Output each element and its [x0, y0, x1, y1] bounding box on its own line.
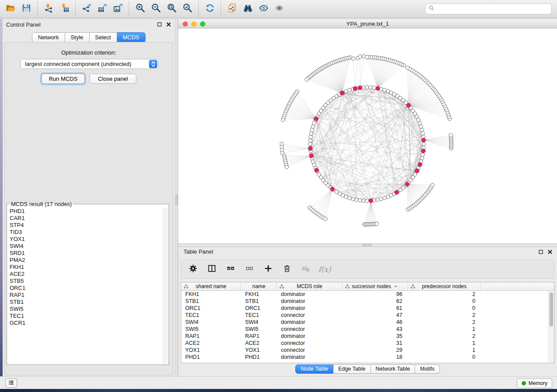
- graph-hub-node[interactable]: [309, 154, 313, 158]
- table-row[interactable]: RAP1RAP1dominator352: [181, 333, 554, 340]
- close-panel-icon[interactable]: [547, 249, 553, 254]
- graph-leaf-node[interactable]: [449, 134, 453, 137]
- graph-node[interactable]: [311, 160, 315, 163]
- function-builder-button[interactable]: f(x): [319, 264, 330, 275]
- graph-hub-node[interactable]: [418, 162, 422, 166]
- graph-leaf-node[interactable]: [431, 183, 434, 187]
- graph-node[interactable]: [369, 86, 372, 89]
- hide-selected-button[interactable]: [256, 2, 271, 16]
- refresh-view-button[interactable]: [202, 2, 218, 16]
- mcds-result-item[interactable]: YOX1: [10, 236, 162, 243]
- result-scrollbar[interactable]: [163, 208, 168, 364]
- graph-node[interactable]: [383, 88, 386, 92]
- float-panel-icon[interactable]: [538, 249, 543, 254]
- graph-node[interactable]: [420, 128, 424, 132]
- memory-button[interactable]: Memory: [517, 378, 552, 388]
- zoom-in-button[interactable]: [132, 2, 148, 16]
- graph-leaf-node[interactable]: [285, 165, 288, 168]
- close-window-button[interactable]: [183, 21, 188, 27]
- graph-node[interactable]: [379, 197, 383, 201]
- graph-hub-node[interactable]: [394, 190, 398, 194]
- graph-node[interactable]: [358, 199, 362, 202]
- graph-leaf-node[interactable]: [305, 78, 308, 81]
- mcds-result-item[interactable]: STB5: [10, 278, 162, 285]
- graph-node[interactable]: [365, 86, 369, 89]
- delete-columns-button[interactable]: [281, 264, 293, 275]
- graph-node[interactable]: [308, 142, 312, 146]
- graph-node[interactable]: [348, 196, 351, 199]
- graph-hub-node[interactable]: [353, 86, 357, 90]
- graph-hub-node[interactable]: [415, 168, 419, 172]
- graph-node[interactable]: [351, 197, 355, 201]
- graph-node[interactable]: [372, 86, 376, 89]
- graph-node[interactable]: [420, 156, 424, 160]
- mcds-result-item[interactable]: FKH1: [10, 264, 162, 271]
- column-header-shared-name[interactable]: shared name: [181, 282, 241, 290]
- graph-leaf-node[interactable]: [358, 55, 362, 58]
- graph-node[interactable]: [386, 195, 390, 199]
- graph-hub-node[interactable]: [330, 187, 334, 191]
- criterion-select[interactable]: largest connected component (undirected): [21, 59, 159, 69]
- graph-leaf-node[interactable]: [406, 66, 409, 69]
- graph-node[interactable]: [309, 131, 313, 135]
- settings-gear-button[interactable]: [187, 264, 199, 275]
- table-row[interactable]: ORC1ORC1dominator610: [181, 305, 554, 312]
- column-header-predecessor-nodes[interactable]: predecessor nodes: [408, 282, 481, 290]
- graph-node[interactable]: [421, 131, 425, 135]
- tab-network-table[interactable]: Network Table: [371, 364, 415, 374]
- graph-node[interactable]: [418, 121, 422, 125]
- save-session-button[interactable]: [18, 2, 34, 16]
- mcds-result-item[interactable]: CAR1: [10, 215, 162, 222]
- search-objects-button[interactable]: [240, 2, 256, 16]
- table-row[interactable]: STB1STB1dominator620: [181, 298, 554, 305]
- graph-node[interactable]: [419, 125, 422, 128]
- table-row[interactable]: YOX1YOX1connector291: [181, 347, 554, 354]
- mcds-result-item[interactable]: ORC1: [10, 285, 162, 292]
- export-image-button[interactable]: [110, 2, 126, 16]
- column-header-successor-nodes[interactable]: successor nodes: [343, 282, 408, 290]
- deselect-all-button[interactable]: [244, 264, 255, 275]
- column-header-name[interactable]: name: [241, 282, 277, 290]
- import-table-button[interactable]: [56, 2, 72, 16]
- mcds-result-item[interactable]: SWI4: [10, 243, 162, 250]
- horizontal-splitter[interactable]: [178, 243, 557, 247]
- mcds-result-item[interactable]: PHD1: [10, 208, 162, 215]
- graph-node[interactable]: [422, 142, 426, 146]
- select-all-button[interactable]: [225, 264, 236, 275]
- show-columns-button[interactable]: [206, 264, 218, 275]
- graph-node[interactable]: [308, 139, 312, 142]
- tab-select[interactable]: Select: [90, 32, 117, 43]
- graph-hub-node[interactable]: [376, 86, 380, 90]
- float-panel-icon[interactable]: [157, 22, 162, 27]
- maximize-window-button[interactable]: [200, 21, 205, 27]
- graph-hub-node[interactable]: [422, 138, 426, 142]
- mcds-result-item[interactable]: STP4: [10, 222, 162, 229]
- graph-node[interactable]: [344, 89, 348, 93]
- graph-node[interactable]: [348, 88, 351, 92]
- graph-hub-node[interactable]: [315, 168, 318, 172]
- graph-hub-node[interactable]: [314, 117, 318, 120]
- graph-leaf-node[interactable]: [281, 118, 285, 122]
- tab-style[interactable]: Style: [65, 32, 90, 43]
- export-table-button[interactable]: [94, 2, 110, 16]
- graph-node[interactable]: [365, 199, 369, 203]
- graph-hub-node[interactable]: [421, 149, 425, 153]
- graph-hub-node[interactable]: [308, 147, 312, 151]
- graph-node[interactable]: [354, 198, 358, 202]
- task-history-button[interactable]: [5, 378, 17, 388]
- table-row[interactable]: PHD1PHD1dominator180: [181, 354, 554, 361]
- graph-leaf-node[interactable]: [324, 217, 327, 220]
- delete-table-button[interactable]: [300, 264, 311, 275]
- table-row[interactable]: ACE2ACE2connector311: [181, 340, 554, 347]
- tab-mcds[interactable]: MCDS: [117, 32, 145, 43]
- show-all-button[interactable]: [271, 2, 287, 16]
- mcds-result-item[interactable]: SWI5: [10, 306, 162, 313]
- tab-node-table[interactable]: Node Table: [295, 364, 333, 374]
- splitter-grip[interactable]: [176, 195, 178, 205]
- table-row[interactable]: SWI4SWI4dominator462: [181, 319, 554, 326]
- zoom-fit-button[interactable]: [164, 2, 180, 16]
- zoom-out-button[interactable]: [148, 2, 164, 16]
- table-row[interactable]: SWI5SWI5connector431: [181, 326, 554, 333]
- export-network-button[interactable]: [79, 2, 94, 16]
- run-mcds-button[interactable]: Run MCDS: [42, 74, 85, 84]
